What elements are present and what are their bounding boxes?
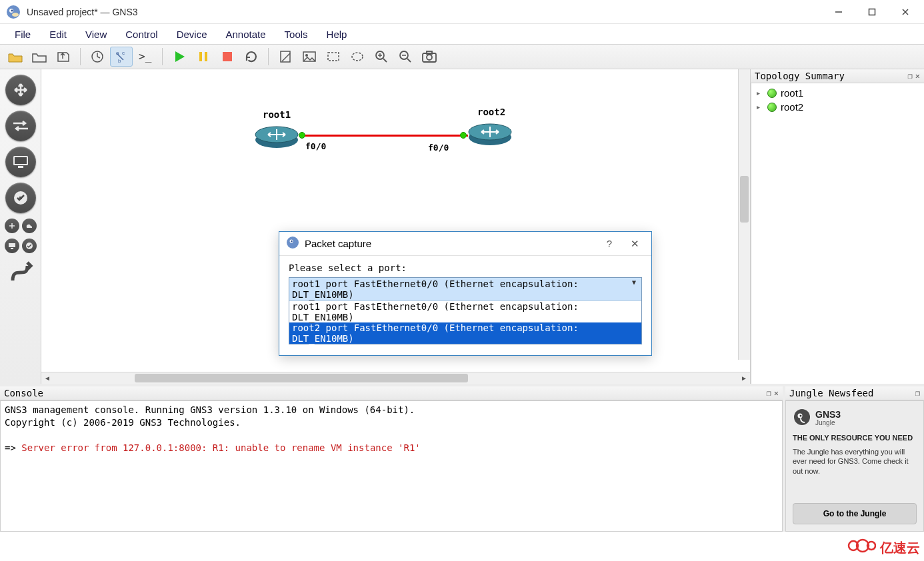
reload-icon[interactable] — [240, 47, 263, 67]
save-icon[interactable] — [52, 47, 75, 67]
tree-item-root2[interactable]: ▸root2 — [755, 100, 920, 114]
status-dot-icon — [767, 89, 777, 98]
zoom-out-icon[interactable] — [394, 47, 417, 67]
dialog-close-button[interactable]: ✕ — [625, 238, 645, 250]
go-to-jungle-button[interactable]: Go to the Jungle — [793, 503, 917, 524]
node-label: root1 — [263, 109, 291, 120]
routers-category-icon[interactable] — [5, 75, 36, 105]
snapshot-icon[interactable] — [86, 47, 109, 67]
maximize-button[interactable] — [864, 4, 880, 20]
svg-rect-19 — [281, 51, 290, 62]
port-label: f0/0 — [305, 141, 326, 151]
horizontal-scrollbar[interactable]: ◄ ► — [41, 372, 750, 384]
newsfeed-body: GNS3Jungle THE ONLY RESOURCE YOU NEED Th… — [785, 400, 924, 532]
svg-point-33 — [427, 55, 432, 60]
svg-point-50 — [794, 409, 810, 425]
show-labels-icon[interactable]: acb — [110, 47, 133, 67]
panel-close-icon[interactable]: ✕ — [915, 71, 920, 81]
switches-category-icon[interactable] — [5, 111, 36, 141]
svg-rect-42 — [11, 248, 13, 249]
note-icon[interactable] — [274, 47, 297, 67]
router-node-root2[interactable] — [467, 119, 513, 147]
svg-rect-36 — [18, 166, 23, 168]
device-toolbar — [0, 69, 41, 384]
console-icon[interactable]: >_ — [134, 47, 157, 67]
vertical-scrollbar[interactable] — [738, 69, 750, 360]
svg-point-53 — [287, 237, 299, 249]
port-label: f0/0 — [428, 143, 449, 153]
menu-edit[interactable]: Edit — [41, 26, 75, 43]
all-devices-icon[interactable] — [5, 219, 19, 233]
close-button[interactable] — [897, 4, 913, 20]
rectangle-icon[interactable] — [322, 47, 345, 67]
play-icon[interactable] — [168, 47, 191, 67]
svg-rect-22 — [328, 53, 339, 61]
panel-title: Console — [4, 388, 43, 398]
menu-annotate[interactable]: Annotate — [218, 26, 274, 43]
scroll-left-arrow[interactable]: ◄ — [41, 372, 53, 384]
pause-icon[interactable] — [192, 47, 215, 67]
tree-item-root1[interactable]: ▸root1 — [755, 86, 920, 100]
link-wire[interactable] — [301, 135, 468, 137]
menu-file[interactable]: File — [7, 26, 39, 43]
svg-point-3 — [12, 13, 19, 17]
console-error-text: Server error from 127.0.0.1:8000: R1: un… — [21, 442, 420, 453]
topology-tree: ▸root1 ▸root2 — [751, 83, 924, 384]
link-endpoint-dot — [460, 132, 467, 139]
svg-line-29 — [407, 59, 411, 62]
svg-point-2 — [11, 9, 13, 11]
security-category-icon[interactable] — [5, 183, 36, 213]
vpcs-icon[interactable] — [22, 239, 37, 253]
node-label: root2 — [477, 107, 505, 117]
dropdown-option[interactable]: root1 port FastEthernet0/0 (Ethernet enc… — [289, 301, 641, 322]
svg-rect-38 — [19, 197, 22, 199]
window-title: Unsaved project* — GNS3 — [27, 7, 831, 17]
panel-undock-icon[interactable]: ❐ — [908, 71, 913, 81]
svg-point-23 — [352, 53, 363, 61]
svg-text:c: c — [122, 50, 125, 56]
cloud-icon[interactable] — [22, 219, 37, 233]
router-node-root1[interactable] — [253, 121, 300, 149]
console-output[interactable]: GNS3 management console. Running GNS3 ve… — [0, 400, 783, 532]
panel-undock-icon[interactable]: ❐ — [767, 388, 771, 398]
topology-summary-header: Topology Summary ❐✕ — [751, 69, 924, 83]
ellipse-icon[interactable] — [346, 47, 369, 67]
minimize-button[interactable] — [831, 4, 847, 20]
gns3-jungle-logo: GNS3Jungle — [793, 408, 917, 428]
svg-rect-16 — [199, 52, 202, 61]
panel-title: Jungle Newsfeed — [789, 388, 873, 398]
menu-device[interactable]: Device — [169, 26, 215, 43]
end-devices-category-icon[interactable] — [5, 147, 36, 177]
panel-close-icon[interactable]: ✕ — [774, 388, 779, 398]
dialog-help-button[interactable]: ? — [599, 238, 619, 249]
menu-control[interactable]: Control — [117, 26, 165, 43]
newsfeed-header: Jungle Newsfeed ❐ — [785, 386, 924, 400]
panel-undock-icon[interactable]: ❐ — [915, 388, 920, 398]
menu-help[interactable]: Help — [319, 26, 355, 43]
watermark-icon — [847, 537, 876, 558]
svg-text:>_: >_ — [139, 50, 152, 63]
menu-view[interactable]: View — [77, 26, 115, 43]
stop-icon[interactable] — [216, 47, 239, 67]
newsfeed-headline: THE ONLY RESOURCE YOU NEED — [793, 434, 917, 442]
svg-point-55 — [291, 241, 292, 242]
open-icon[interactable] — [28, 47, 51, 67]
status-dot-icon — [767, 103, 777, 112]
dropdown-option[interactable]: root2 port FastEthernet0/0 (Ethernet enc… — [289, 322, 641, 344]
menu-tools[interactable]: Tools — [277, 26, 316, 43]
screenshot-icon[interactable] — [418, 47, 441, 67]
image-icon[interactable] — [298, 47, 321, 67]
svg-rect-5 — [869, 9, 875, 15]
scroll-right-arrow[interactable]: ► — [738, 372, 750, 384]
dropdown-caret-icon[interactable]: ▼ — [629, 279, 639, 300]
host-icon[interactable] — [5, 239, 19, 253]
zoom-in-icon[interactable] — [370, 47, 393, 67]
svg-rect-41 — [9, 243, 15, 247]
open-folder-icon[interactable] — [4, 47, 27, 67]
dialog-title-text: Packet capture — [305, 238, 371, 249]
svg-point-0 — [7, 5, 20, 19]
menubar: File Edit View Control Device Annotate T… — [0, 24, 924, 44]
add-link-icon[interactable] — [5, 259, 36, 289]
port-dropdown[interactable]: root1 port FastEthernet0/0 (Ethernet enc… — [289, 277, 642, 344]
dropdown-list: root1 port FastEthernet0/0 (Ethernet enc… — [289, 300, 641, 344]
